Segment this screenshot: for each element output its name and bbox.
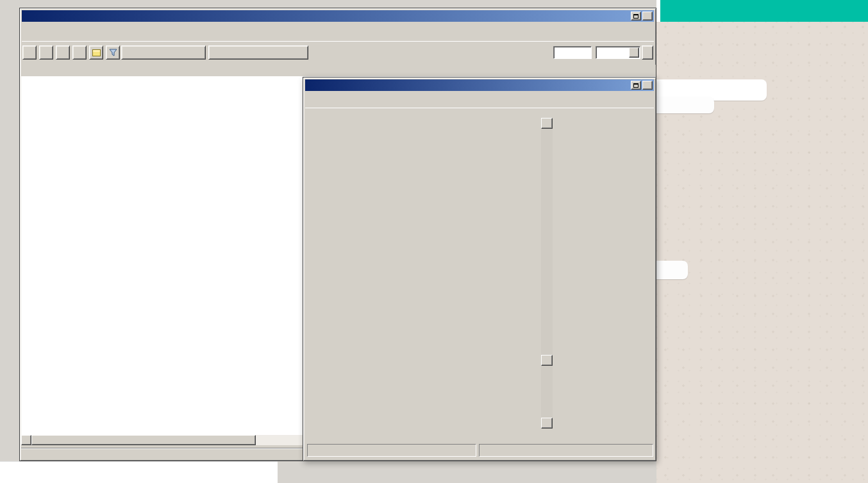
whatsapp-date-chip	[656, 97, 714, 113]
scrollbar-thumb[interactable]	[31, 435, 256, 445]
comment-button[interactable]	[89, 45, 103, 60]
whatsapp-today-chip	[656, 261, 688, 279]
rule-state-extra-cell	[479, 444, 653, 457]
rule-state-cell	[307, 444, 476, 457]
filter-scope-select[interactable]	[596, 46, 640, 59]
quick-find-button[interactable]	[642, 45, 653, 60]
dialog-scroll-column	[541, 118, 553, 429]
window-controls	[631, 12, 653, 20]
filter-icon	[109, 49, 117, 56]
nat-rule-dialog	[303, 77, 656, 461]
scroll-left-button[interactable]	[21, 435, 31, 445]
firewall-toolbar	[20, 44, 657, 62]
comment-icon	[92, 49, 101, 56]
whatsapp-panel	[656, 0, 868, 483]
maximize-button[interactable]	[631, 12, 641, 20]
add-rule-button[interactable]	[22, 45, 37, 60]
whatsapp-panel-edge	[656, 0, 660, 22]
reset-all-counters-button[interactable]	[208, 45, 308, 60]
nat-table-header	[21, 65, 656, 76]
dialog-buttons	[566, 78, 649, 295]
scroll-up-button[interactable]	[541, 118, 553, 129]
background-message-bar	[0, 461, 278, 483]
dialog-fields	[303, 78, 566, 444]
firewall-titlebar[interactable]	[22, 10, 654, 22]
dialog-tabstrip-baseline	[305, 108, 654, 110]
whatsapp-header-bar	[660, 0, 868, 22]
interface-list-up-button[interactable]	[541, 355, 553, 366]
scrollbar-track[interactable]	[541, 118, 553, 429]
tabstrip-baseline	[22, 41, 654, 43]
enable-rule-button[interactable]	[56, 45, 70, 60]
close-button[interactable]	[642, 12, 653, 20]
reset-counters-button[interactable]	[121, 45, 206, 60]
remove-rule-button[interactable]	[39, 45, 53, 60]
scroll-down-button[interactable]	[541, 418, 553, 429]
desktop	[0, 0, 868, 483]
disable-rule-button[interactable]	[72, 45, 87, 60]
filter-button[interactable]	[106, 45, 120, 60]
chevron-down-icon[interactable]	[629, 47, 639, 58]
find-input[interactable]	[553, 46, 592, 59]
maximize-icon	[633, 14, 638, 19]
